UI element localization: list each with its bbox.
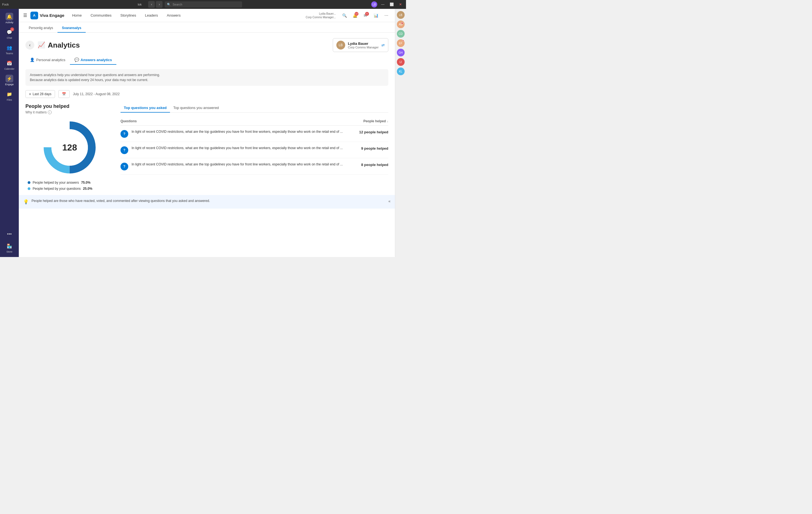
rs-avatar-4[interactable]: EF <box>397 39 405 47</box>
sidebar-item-teams[interactable]: 👥 Teams <box>2 42 17 56</box>
nav-leaders[interactable]: Leaders <box>144 13 159 18</box>
sidebar-label-store: Store <box>6 250 12 253</box>
table-row: ? In light of recent COVID restrictions,… <box>120 158 388 174</box>
date-range-text: July 11, 2022 - August 08, 2022 <box>73 92 120 96</box>
questions-section: Top questions you asked Top questions yo… <box>120 104 388 191</box>
top-actions: 🔍 🔔 12 ✉ 5 📊 ⋯ <box>340 11 390 20</box>
col-header-question: Questions <box>120 119 352 123</box>
tab-answers[interactable]: 💬 Answers analytics <box>70 55 116 65</box>
close-btn[interactable]: ✕ <box>397 1 404 8</box>
nav-communities[interactable]: Communities <box>90 13 113 18</box>
analytics-main: ‹ 📈 Analytics LB Lydia Bauer Corp Comms … <box>19 33 395 209</box>
app-name: Fock <box>2 3 9 6</box>
minimize-btn[interactable]: — <box>379 1 386 8</box>
rs-avatar-3[interactable]: CD <box>397 30 405 37</box>
topbar-bell-btn[interactable]: 🔔 12 <box>351 11 359 20</box>
topbar-mail-btn[interactable]: ✉ 5 <box>361 11 370 20</box>
tab-answers-analytics[interactable]: Svaransalys <box>57 24 86 33</box>
donut-legend: People helped by your answers 75.0% Peop… <box>25 181 114 191</box>
chat-icon: 💬 1 <box>5 28 13 36</box>
table-row: ? In light of recent COVID restrictions,… <box>120 142 388 158</box>
forward-nav-btn[interactable]: › <box>156 1 163 8</box>
legend-label-questions: People helped by your questions <box>33 187 81 191</box>
topbar-more-btn[interactable]: ⋯ <box>382 11 390 20</box>
title-bar-left: Fock <box>2 3 9 6</box>
top-nav: Home Communities Storylines Leaders Answ… <box>71 13 301 18</box>
hamburger-btn[interactable]: ☰ <box>23 13 27 18</box>
question-icon-1: ? <box>120 130 128 138</box>
sidebar-item-files[interactable]: 📁 Files <box>2 88 17 103</box>
sidebar-item-activity[interactable]: 🔔 Activity <box>2 11 17 25</box>
store-icon: 🏪 <box>5 242 13 250</box>
why-matters-text: Why it matters <box>25 110 47 114</box>
files-icon: 📁 <box>5 90 13 98</box>
nav-home[interactable]: Home <box>71 13 83 18</box>
donut-section: People you helped Why it matters i <box>25 104 114 191</box>
sidebar-item-engage[interactable]: ⚡ Engage <box>2 73 17 87</box>
people-helped-val-2: 9 people helped <box>352 146 388 151</box>
title-bar-nav: ‹ › <box>148 1 163 8</box>
col-header-people-helped-text: People helped <box>364 119 386 123</box>
sidebar-item-calendar[interactable]: 📅 Calender <box>2 57 17 72</box>
more-icon: ••• <box>7 232 12 237</box>
breadcrumb-line2: Corp Comms Manager... <box>306 16 336 19</box>
engage-logo: A Viva Engage <box>30 11 64 19</box>
rs-avatar-5[interactable]: GH <box>397 49 405 56</box>
rs-avatar-7[interactable]: KL <box>397 67 405 75</box>
donut-center-value: 128 <box>62 142 77 153</box>
search-placeholder: Search <box>172 3 182 6</box>
nav-answers[interactable]: Answers <box>166 13 182 18</box>
restore-btn[interactable]: ⬜ <box>388 1 395 8</box>
rs-avatar-1[interactable]: LB <box>397 11 405 19</box>
tab-questions-asked[interactable]: Top questions you asked <box>120 104 170 113</box>
back-btn[interactable]: ‹ <box>25 40 34 50</box>
sidebar-label-chat: Chat <box>7 36 12 39</box>
legend-questions: People helped by your questions 25.0% <box>28 187 112 191</box>
sidebar-label-calendar: Calender <box>4 67 14 70</box>
calendar-icon: 📅 <box>62 92 66 96</box>
date-range-btn[interactable]: ≡ Last 28 days <box>25 90 55 98</box>
sidebar-more-btn[interactable]: ••• <box>2 230 17 238</box>
rs-avatar-2[interactable]: AB <box>397 21 405 28</box>
nav-storylines[interactable]: Storylines <box>119 13 137 18</box>
user-selector-avatar: LB <box>336 40 345 50</box>
donut-wrap: 128 <box>42 120 97 175</box>
section-tabs: 👤 Personal analytics 💬 Answers analytics <box>25 55 388 65</box>
people-helped-val-3: 8 people helped <box>352 162 388 167</box>
analytics-header: ‹ 📈 Analytics LB Lydia Bauer Corp Comms … <box>25 38 388 52</box>
topbar-chart-btn[interactable]: 📊 <box>372 11 380 20</box>
personal-tab-icon: 👤 <box>30 57 34 62</box>
sidebar-store-btn[interactable]: 🏪 Store <box>2 240 17 255</box>
question-text-3: In light of recent COVID restrictions, w… <box>132 162 349 167</box>
user-selector[interactable]: LB Lydia Bauer Corp Comms Manager ⇄ <box>333 38 388 52</box>
rs-avatar-6[interactable]: IJ <box>397 58 405 66</box>
footer-icon: 💡 <box>23 199 29 205</box>
user-selector-role: Corp Comms Manager <box>348 46 379 49</box>
footer-note: 💡 People helped are those who have react… <box>19 195 395 209</box>
sidebar-label-files: Files <box>7 99 12 101</box>
why-matters: Why it matters i <box>25 110 114 114</box>
question-text-2: In light of recent COVID restrictions, w… <box>132 146 349 151</box>
content-area: ‹ 📈 Analytics LB Lydia Bauer Corp Comms … <box>19 33 395 257</box>
breadcrumb-line1: Lydia Bauer... <box>319 12 336 16</box>
col-header-people-helped[interactable]: People helped ↓ <box>352 119 388 123</box>
info-banner-line1: Answers analytics help you understand ho… <box>30 73 384 78</box>
topbar-search-btn[interactable]: 🔍 <box>340 11 349 20</box>
date-range-label: Last 28 days <box>33 92 51 96</box>
tab-questions-answered[interactable]: Top questions you answered <box>170 104 222 113</box>
sidebar-item-chat[interactable]: 💬 1 Chat <box>2 27 17 41</box>
back-nav-btn[interactable]: ‹ <box>148 1 155 8</box>
teams-sidebar: 🔔 Activity 💬 1 Chat 👥 Teams 📅 Calender ⚡… <box>0 9 19 257</box>
sidebar-label-engage: Engage <box>5 83 13 86</box>
swap-icon[interactable]: ⇄ <box>381 43 385 47</box>
activity-icon: 🔔 <box>5 13 13 21</box>
content-grid: People you helped Why it matters i <box>25 104 388 191</box>
title-bar-search[interactable]: 🔍 Search <box>165 1 242 7</box>
title-bar-center: lok ‹ › 🔍 Search <box>9 1 371 8</box>
collapse-btn[interactable]: « <box>388 198 390 204</box>
personal-tab-label: Personal analytics <box>36 58 65 62</box>
calendar-btn[interactable]: 📅 <box>58 90 70 98</box>
tab-personal-analytics[interactable]: Personlig analys <box>24 24 57 33</box>
tab-personal[interactable]: 👤 Personal analytics <box>25 55 70 65</box>
engage-logo-icon: A <box>30 11 38 19</box>
